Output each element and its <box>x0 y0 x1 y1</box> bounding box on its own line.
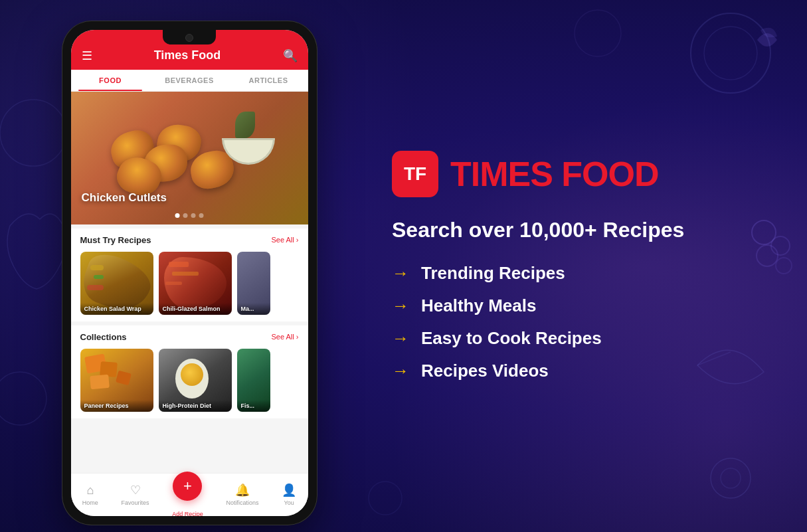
logo-times: TIMES <box>450 155 561 193</box>
logo-initials: TF <box>404 163 426 185</box>
arrow-icon-easy: → <box>392 328 409 349</box>
recipe-card-wrap[interactable]: Chicken Salad Wrap <box>80 252 153 315</box>
logo-row: TF TIMES FOOD <box>392 151 774 197</box>
phone-device: ☰ Times Food 🔍 FOOD BEVERAGES ARTICLES <box>62 21 317 525</box>
dot-3[interactable] <box>191 213 196 218</box>
tab-articles[interactable]: ARTICLES <box>229 70 308 91</box>
dot-4[interactable] <box>199 213 204 218</box>
garnish <box>235 112 255 138</box>
feature-label-easy: Easy to Cook Recipes <box>421 328 602 349</box>
phone-notch <box>163 30 216 44</box>
wrap-fill-1 <box>90 265 104 270</box>
nav-notifications[interactable]: 🔔 Notifications <box>226 483 258 506</box>
must-try-header: Must Try Recipes See All › <box>80 235 299 245</box>
collections-header: Collections See All › <box>80 332 299 342</box>
feature-label-healthy: Healthy Meals <box>421 296 536 316</box>
arrow-icon-trending: → <box>392 263 409 284</box>
egg-yolk <box>181 363 203 386</box>
add-label: Add Recipe <box>172 511 203 516</box>
menu-icon[interactable]: ☰ <box>82 48 92 63</box>
feature-label-videos: Recipes Videos <box>421 361 549 381</box>
collections-title: Collections <box>80 332 127 342</box>
wrap-fill-3 <box>87 285 104 290</box>
you-label: You <box>284 499 294 506</box>
collection-card-label-protein: High-Protein Diet <box>159 400 232 412</box>
bell-icon: 🔔 <box>235 483 250 497</box>
collections-see-all[interactable]: See All › <box>272 333 299 341</box>
paneer-piece-3 <box>90 374 110 389</box>
recipe-card-label-salmon: Chili-Glazed Salmon <box>159 303 232 315</box>
collection-card-paneer[interactable]: Paneer Recipes <box>80 349 153 412</box>
hero-food-visual <box>71 92 308 224</box>
must-try-title: Must Try Recipes <box>80 235 151 245</box>
hero-carousel[interactable]: Chicken Cutlets <box>71 92 308 224</box>
phone-mockup-container: ☰ Times Food 🔍 FOOD BEVERAGES ARTICLES <box>0 0 379 532</box>
logo-text: TIMES FOOD <box>450 154 659 194</box>
collection-cards-row: Paneer Recipes High-Protein Diet Fis... <box>80 349 299 412</box>
add-button[interactable]: + <box>173 472 202 501</box>
collection-card-label-fish: Fis... <box>237 400 270 412</box>
app-tabs: FOOD BEVERAGES ARTICLES <box>71 70 308 92</box>
dot-1[interactable] <box>175 213 180 218</box>
home-icon: ⌂ <box>86 484 94 497</box>
nav-home[interactable]: ⌂ Home <box>82 484 98 506</box>
feature-easy: → Easy to Cook Recipes <box>392 328 774 349</box>
home-label: Home <box>82 499 98 506</box>
wrap-fill-2 <box>94 275 104 279</box>
feature-healthy: → Healthy Meals <box>392 296 774 316</box>
nav-you[interactable]: 👤 You <box>282 483 296 506</box>
arrow-icon-videos: → <box>392 361 409 381</box>
collection-card-protein[interactable]: High-Protein Diet <box>159 349 232 412</box>
collection-card-fish[interactable]: Fis... <box>237 349 270 412</box>
nav-add[interactable]: + Add Recipe <box>172 472 203 516</box>
must-try-see-all[interactable]: See All › <box>272 236 299 244</box>
bottom-nav: ⌂ Home ♡ Favourites + Add Recipe 🔔 Notif… <box>71 473 308 516</box>
logo-food: FOOD <box>561 155 658 193</box>
feature-videos: → Recipes Videos <box>392 361 774 381</box>
hero-image <box>71 92 308 224</box>
user-icon: 👤 <box>282 483 296 497</box>
paneer-piece-4 <box>116 370 132 385</box>
tab-food[interactable]: FOOD <box>71 70 150 91</box>
recipe-card-salmon[interactable]: Chili-Glazed Salmon <box>159 252 232 315</box>
collections-section: Collections See All › <box>71 325 308 418</box>
app-title: Times Food <box>154 48 221 62</box>
heart-icon: ♡ <box>130 483 141 497</box>
phone-screen: ☰ Times Food 🔍 FOOD BEVERAGES ARTICLES <box>71 30 308 516</box>
nav-favourites[interactable]: ♡ Favourites <box>122 483 149 506</box>
salmon-glaze-3 <box>165 282 182 285</box>
arrow-icon-healthy: → <box>392 296 409 316</box>
collection-card-label-paneer: Paneer Recipes <box>80 400 153 412</box>
recipe-cards-row: Chicken Salad Wrap Chili-Glazed Salmon <box>80 252 299 315</box>
tab-beverages[interactable]: BEVERAGES <box>150 70 229 91</box>
tagline: Search over 10,000+ Recipes <box>392 217 774 242</box>
right-panel: TF TIMES FOOD Search over 10,000+ Recipe… <box>359 0 807 532</box>
search-icon[interactable]: 🔍 <box>283 48 298 63</box>
hero-title: Chicken Cutlets <box>82 191 167 205</box>
must-try-section: Must Try Recipes See All › <box>71 228 308 321</box>
recipe-card-label-extra: Ma... <box>237 303 270 315</box>
feature-label-trending: Trending Recipes <box>421 263 565 284</box>
notifications-label: Notifications <box>226 499 258 506</box>
salmon-glaze-2 <box>172 272 199 276</box>
favourites-label: Favourites <box>122 499 149 506</box>
features-list: → Trending Recipes → Healthy Meals → Eas… <box>392 263 774 381</box>
salmon-glaze-1 <box>169 262 189 267</box>
dot-2[interactable] <box>183 213 188 218</box>
carousel-dots <box>175 213 204 218</box>
logo-box: TF <box>392 151 438 197</box>
feature-trending: → Trending Recipes <box>392 263 774 284</box>
recipe-card-label-wrap: Chicken Salad Wrap <box>80 303 153 315</box>
recipe-card-extra[interactable]: Ma... <box>237 252 270 315</box>
